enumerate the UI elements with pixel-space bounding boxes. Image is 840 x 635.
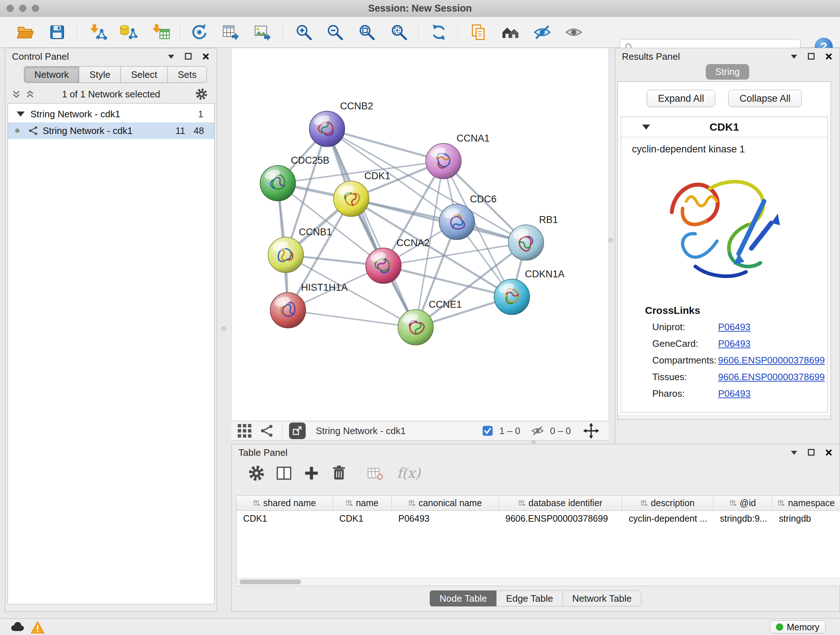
crosslink-value[interactable]: P06493: [718, 321, 751, 333]
export-image-button[interactable]: [253, 23, 272, 42]
panel-maximize-icon[interactable]: [184, 52, 193, 61]
panel-maximize-icon[interactable]: [807, 448, 816, 457]
home-button[interactable]: [501, 23, 520, 42]
column-header-shared-name[interactable]: shared name: [237, 496, 333, 511]
network-node-CDKN1A[interactable]: [494, 279, 530, 315]
zoom-selected-button[interactable]: [390, 23, 409, 42]
tab-select[interactable]: Select: [120, 66, 167, 83]
column-header-database-identifier[interactable]: database identifier: [499, 496, 622, 511]
results-scrollbar[interactable]: [618, 415, 831, 419]
tab-style[interactable]: Style: [79, 66, 121, 83]
show-columns-icon[interactable]: [275, 464, 293, 482]
network-node-CDC6[interactable]: [439, 204, 475, 240]
network-node-HIST1H1A[interactable]: [270, 293, 306, 328]
collection-disclosure-icon[interactable]: [17, 111, 25, 117]
gene-section-header[interactable]: CDK1: [621, 117, 827, 137]
documentation-button[interactable]: [469, 23, 488, 42]
panel-float-icon[interactable]: [790, 52, 798, 61]
network-share-icon: [28, 126, 38, 136]
hidden-eye-icon[interactable]: [531, 424, 544, 437]
import-network-database-button[interactable]: [119, 23, 138, 42]
zoom-button[interactable]: [32, 5, 39, 12]
network-options-gear-icon[interactable]: [195, 88, 208, 101]
collapse-all-button[interactable]: Collapse All: [728, 90, 802, 107]
zoom-fit-button[interactable]: [357, 23, 376, 42]
show-details-button[interactable]: [564, 23, 583, 42]
node-table: shared namenamecanonical namedatabase id…: [236, 495, 840, 586]
table-cell[interactable]: cyclin-dependent ...: [622, 511, 714, 526]
expand-all-button[interactable]: Expand All: [647, 90, 715, 107]
warning-icon[interactable]: [30, 620, 45, 634]
close-button[interactable]: [6, 5, 14, 12]
hide-annotations-button[interactable]: [533, 23, 552, 42]
table-cell[interactable]: stringdb: [772, 511, 840, 526]
panel-close-icon[interactable]: [824, 448, 833, 457]
fit-selected-crosshair-icon[interactable]: [583, 423, 599, 439]
apply-layout-button[interactable]: [429, 23, 448, 42]
table-cell[interactable]: P06493: [392, 511, 499, 526]
table-cell[interactable]: 9606.ENSP00000378699: [499, 511, 622, 526]
new-network-button[interactable]: [190, 23, 209, 42]
panel-close-icon[interactable]: [824, 52, 833, 61]
open-session-button[interactable]: [16, 23, 35, 42]
table-row[interactable]: CDK1CDK1P064939606.ENSP00000378699cyclin…: [237, 511, 840, 526]
cloud-icon[interactable]: [9, 620, 25, 634]
add-column-icon[interactable]: [303, 464, 320, 482]
tab-string[interactable]: String: [706, 64, 749, 80]
tab-edge-table[interactable]: Edge Table: [496, 591, 563, 606]
network-node-CDK1[interactable]: [333, 181, 369, 217]
network-row[interactable]: String Network - cdk1 11 48: [8, 122, 214, 139]
network-node-CCNA1[interactable]: [426, 143, 461, 179]
table-panel: Table Panel f(x): [232, 444, 840, 612]
memory-button[interactable]: Memory: [770, 621, 826, 633]
table-horizontal-scrollbar[interactable]: [237, 578, 840, 586]
birdseye-view-icon[interactable]: [260, 424, 274, 438]
zoom-in-button[interactable]: [294, 23, 313, 42]
scrollbar-thumb[interactable]: [240, 580, 301, 584]
crosslink-value[interactable]: 9606.ENSP00000378699: [718, 371, 825, 383]
import-table-file-button[interactable]: [152, 23, 171, 42]
grid-view-icon[interactable]: [237, 424, 252, 438]
column-header-description[interactable]: description: [622, 496, 714, 511]
network-node-CDC25B[interactable]: [260, 165, 295, 201]
column-header-name[interactable]: name: [333, 496, 392, 511]
zoom-out-button[interactable]: [325, 23, 344, 42]
gene-disclosure-icon[interactable]: [642, 125, 650, 130]
table-cell[interactable]: stringdb:9...: [714, 511, 772, 526]
panel-close-icon[interactable]: [202, 52, 210, 61]
splitter-handle[interactable]: [221, 326, 226, 331]
network-node-CCNB2[interactable]: [309, 111, 345, 147]
export-table-button[interactable]: [221, 23, 240, 42]
table-cell[interactable]: CDK1: [333, 511, 392, 526]
crosslink-value[interactable]: 9606.ENSP00000378699: [718, 355, 825, 366]
selected-checkbox-icon[interactable]: [482, 425, 493, 437]
panel-float-icon[interactable]: [167, 52, 175, 61]
tab-node-table[interactable]: Node Table: [430, 591, 497, 606]
column-header-canonical-name[interactable]: canonical name: [392, 496, 499, 511]
network-node-CCNB1[interactable]: [268, 237, 303, 272]
crosslink-value[interactable]: P06493: [718, 388, 751, 399]
column-header-namespace[interactable]: namespace: [772, 496, 840, 511]
memory-label: Memory: [787, 622, 819, 632]
column-header--id[interactable]: @id: [714, 496, 772, 511]
splitter-handle[interactable]: [608, 238, 613, 242]
table-settings-gear-icon[interactable]: [248, 464, 265, 482]
table-cell[interactable]: CDK1: [237, 511, 333, 526]
application-window: Session: New Session: [0, 0, 840, 635]
panel-float-icon[interactable]: [790, 448, 798, 457]
crosslink-value[interactable]: P06493: [718, 338, 751, 349]
tab-sets[interactable]: Sets: [167, 66, 207, 83]
save-session-button[interactable]: [48, 23, 66, 42]
panel-maximize-icon[interactable]: [807, 52, 816, 61]
minimize-button[interactable]: [19, 5, 27, 12]
network-collection-row[interactable]: String Network - cdk1 1: [8, 106, 214, 122]
import-network-file-button[interactable]: [88, 23, 107, 42]
network-canvas[interactable]: CCNB2CCNA1CDC25BCDK1CDC6RB1CCNB1CCNA2CDK…: [232, 48, 608, 421]
tab-network[interactable]: Network: [24, 66, 79, 83]
network-node-RB1[interactable]: [508, 225, 544, 260]
tab-network-table[interactable]: Network Table: [562, 591, 641, 606]
export-network-button[interactable]: [289, 423, 306, 439]
network-node-CCNA2[interactable]: [366, 248, 401, 283]
network-node-CCNE1[interactable]: [398, 310, 433, 345]
delete-row-trash-icon[interactable]: [330, 464, 347, 482]
